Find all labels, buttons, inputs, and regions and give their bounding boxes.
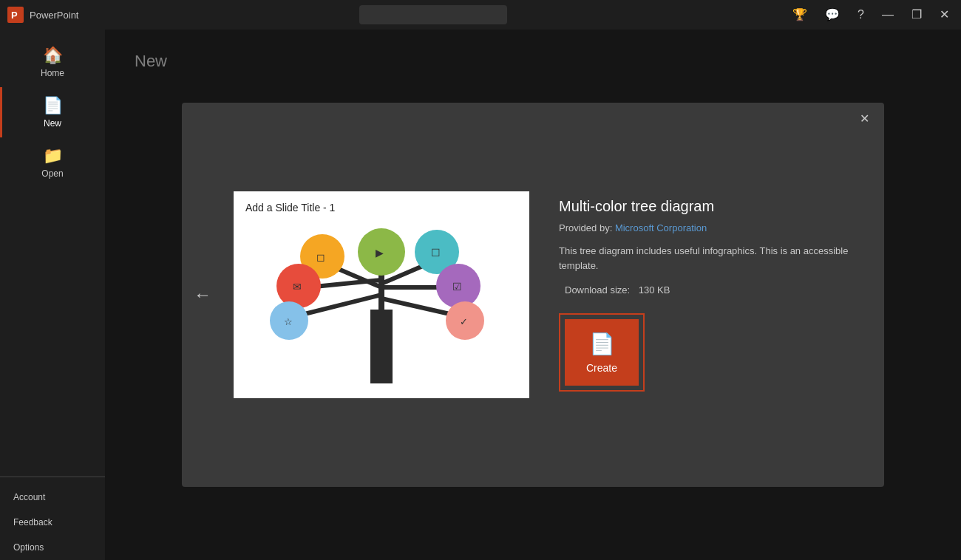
home-icon: 🏠 — [43, 46, 63, 65]
template-info: Multi-color tree diagram Provided by: Mi… — [559, 191, 855, 399]
comments-icon[interactable]: 💬 — [821, 6, 844, 24]
sidebar-item-open[interactable]: 📁 Open — [0, 137, 105, 188]
help-icon[interactable]: ? — [853, 6, 869, 24]
tree-diagram: ▶ ◻ ☐ ✉ ☆ — [248, 221, 515, 398]
svg-rect-2 — [370, 310, 393, 383]
create-button[interactable]: 📄 Create — [565, 319, 639, 386]
modal-overlay: ✕ ← Add a Slide Title - 1 — [105, 30, 961, 560]
sidebar-item-feedback[interactable]: Feedback — [0, 510, 105, 535]
content-area: New ✕ ← Add a Slide Title - 1 — [105, 30, 961, 560]
back-arrow[interactable]: ← — [194, 284, 211, 305]
open-icon: 📁 — [43, 146, 63, 165]
template-title: Multi-color tree diagram — [559, 198, 855, 215]
main-layout: 🏠 Home 📄 New 📁 Open Account Feedback Opt… — [0, 30, 961, 560]
sidebar: 🏠 Home 📄 New 📁 Open Account Feedback Opt… — [0, 30, 105, 560]
sidebar-item-options[interactable]: Options — [0, 535, 105, 560]
sidebar-item-open-label: Open — [41, 168, 63, 179]
svg-text:☐: ☐ — [431, 247, 441, 259]
sidebar-item-new[interactable]: 📄 New — [0, 87, 105, 137]
app-name: PowerPoint — [30, 10, 78, 21]
create-label: Create — [586, 362, 617, 374]
create-button-wrapper: 📄 Create — [559, 313, 645, 392]
svg-text:▶: ▶ — [376, 247, 384, 259]
provided-by-label: Provided by: — [559, 222, 612, 233]
provided-by: Provided by: Microsoft Corporation — [559, 222, 855, 233]
sidebar-item-home[interactable]: 🏠 Home — [0, 37, 105, 87]
svg-text:P: P — [11, 10, 18, 21]
preview-slide-title: Add a Slide Title - 1 — [245, 202, 335, 214]
rewards-icon[interactable]: 🏆 — [788, 6, 812, 24]
minimize-button[interactable]: — — [877, 6, 898, 24]
title-bar: P PowerPoint 🏆 💬 ? — ❐ ✕ — [0, 0, 961, 30]
sidebar-bottom: Account Feedback Options — [0, 477, 105, 560]
svg-text:◻: ◻ — [316, 251, 325, 263]
template-preview: Add a Slide Title - 1 — [234, 191, 529, 398]
sidebar-item-new-label: New — [44, 118, 61, 129]
download-size-value: 130 KB — [639, 284, 670, 296]
download-size-label: Download size: — [565, 284, 630, 296]
svg-text:✓: ✓ — [460, 316, 468, 327]
svg-text:✉: ✉ — [293, 281, 302, 293]
search-bar[interactable] — [359, 5, 507, 24]
close-button[interactable]: ✕ — [935, 6, 954, 24]
title-bar-left: P PowerPoint — [7, 7, 78, 23]
sidebar-item-account[interactable]: Account — [0, 485, 105, 510]
modal-close-button[interactable]: ✕ — [855, 112, 874, 126]
create-icon: 📄 — [589, 332, 615, 356]
template-modal: ✕ ← Add a Slide Title - 1 — [182, 103, 884, 487]
provider-link[interactable]: Microsoft Corporation — [615, 222, 707, 233]
title-bar-center — [78, 5, 788, 24]
title-bar-right: 🏆 💬 ? — ❐ ✕ — [788, 6, 954, 24]
svg-text:☆: ☆ — [284, 316, 293, 327]
app-icon: P — [7, 7, 24, 23]
sidebar-item-home-label: Home — [41, 68, 64, 78]
template-description: This tree diagram includes useful infogr… — [559, 244, 855, 273]
svg-text:☑: ☑ — [452, 281, 462, 293]
download-size: Download size: 130 KB — [559, 284, 855, 296]
maximize-button[interactable]: ❐ — [907, 6, 926, 24]
new-icon: 📄 — [43, 96, 63, 115]
